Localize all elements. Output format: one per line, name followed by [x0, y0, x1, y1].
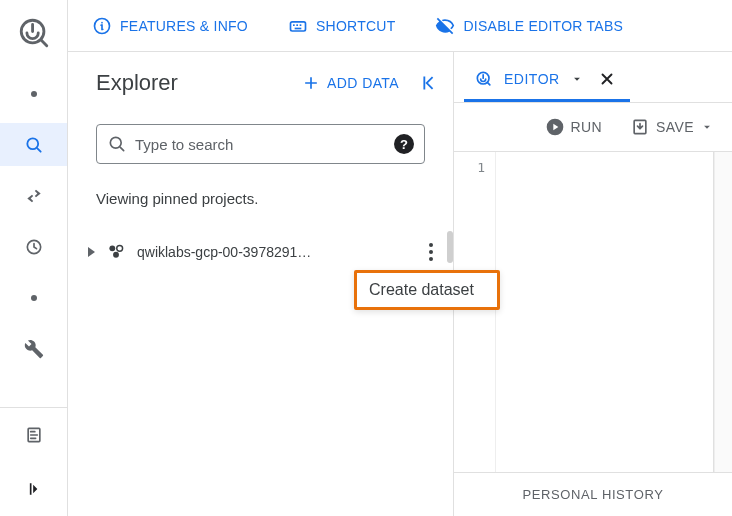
gutter-line-number: 1	[454, 160, 485, 175]
rail-item-dot-1[interactable]	[0, 72, 67, 115]
shortcut-label: SHORTCUT	[316, 18, 396, 34]
rail-item-notes[interactable]	[0, 408, 67, 462]
collapse-explorer-icon[interactable]	[417, 72, 439, 94]
features-info-button[interactable]: FEATURES & INFO	[92, 16, 248, 36]
rail-item-settings[interactable]	[0, 328, 67, 371]
run-button[interactable]: RUN	[545, 117, 603, 137]
svg-rect-8	[300, 24, 302, 26]
project-row[interactable]: qwiklabs-gcp-00-3978291…	[68, 217, 453, 273]
tab-dropdown-icon[interactable]	[570, 72, 584, 86]
project-icon	[105, 241, 127, 263]
disable-editor-tabs-label: DISABLE EDITOR TABS	[463, 18, 623, 34]
features-info-label: FEATURES & INFO	[120, 18, 248, 34]
query-icon	[474, 69, 494, 89]
expand-triangle-icon[interactable]	[88, 247, 95, 257]
search-input[interactable]	[135, 136, 386, 153]
svg-point-1	[27, 138, 38, 149]
rail-item-search[interactable]	[0, 123, 67, 166]
create-dataset-menu-item[interactable]: Create dataset	[354, 270, 500, 310]
top-toolbar: FEATURES & INFO SHORTCUT DISABLE EDITOR …	[68, 0, 732, 52]
code-editor-area[interactable]	[496, 152, 714, 472]
rail-item-history[interactable]	[0, 226, 67, 269]
save-dropdown-icon[interactable]	[700, 120, 714, 134]
shortcut-button[interactable]: SHORTCUT	[288, 16, 396, 36]
svg-point-11	[109, 245, 115, 251]
search-icon	[107, 134, 127, 154]
left-nav-rail	[0, 0, 68, 516]
disable-editor-tabs-button[interactable]: DISABLE EDITOR TABS	[435, 16, 623, 36]
project-actions-kebab-icon[interactable]	[423, 237, 439, 267]
search-help-icon[interactable]: ?	[394, 134, 414, 154]
svg-rect-6	[293, 24, 295, 26]
editor-tabstrip: EDITOR	[454, 52, 732, 102]
svg-point-10	[110, 137, 121, 148]
save-button[interactable]: SAVE	[630, 117, 714, 137]
explorer-scrollbar[interactable]	[447, 231, 453, 263]
editor-gutter: 1	[454, 152, 496, 472]
add-data-label: ADD DATA	[327, 75, 399, 91]
editor-tab-label: EDITOR	[504, 71, 560, 87]
save-icon	[630, 117, 650, 137]
add-data-button[interactable]: ADD DATA	[301, 73, 399, 93]
create-dataset-label: Create dataset	[369, 281, 474, 299]
rail-expand-icon[interactable]	[0, 462, 67, 516]
project-name: qwiklabs-gcp-00-3978291…	[137, 244, 413, 260]
pinned-projects-note: Viewing pinned projects.	[68, 164, 453, 217]
tab-close-icon[interactable]	[598, 70, 616, 88]
editor-scrollbar[interactable]	[714, 152, 732, 472]
svg-point-12	[117, 245, 123, 251]
run-label: RUN	[571, 119, 603, 135]
svg-point-13	[113, 252, 119, 258]
svg-rect-7	[296, 24, 298, 26]
rail-item-dot-2[interactable]	[0, 277, 67, 320]
play-icon	[545, 117, 565, 137]
explorer-search-box[interactable]: ?	[96, 124, 425, 164]
explorer-title: Explorer	[96, 70, 178, 96]
rail-item-transfers[interactable]	[0, 174, 67, 217]
personal-history-label: PERSONAL HISTORY	[523, 487, 664, 502]
personal-history-tab[interactable]: PERSONAL HISTORY	[454, 472, 732, 516]
editor-tab[interactable]: EDITOR	[464, 59, 630, 102]
save-label: SAVE	[656, 119, 694, 135]
svg-rect-5	[290, 21, 305, 30]
svg-rect-9	[295, 27, 302, 29]
editor-action-bar: RUN SAVE	[454, 102, 732, 152]
bigquery-logo-icon	[16, 16, 52, 50]
